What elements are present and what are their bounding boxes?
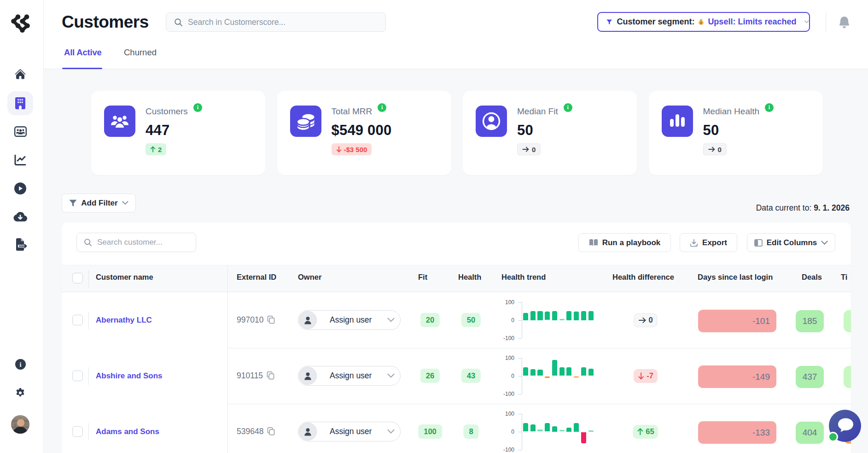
svg-text:i: i — [20, 361, 22, 368]
svg-text:$: $ — [700, 21, 702, 24]
